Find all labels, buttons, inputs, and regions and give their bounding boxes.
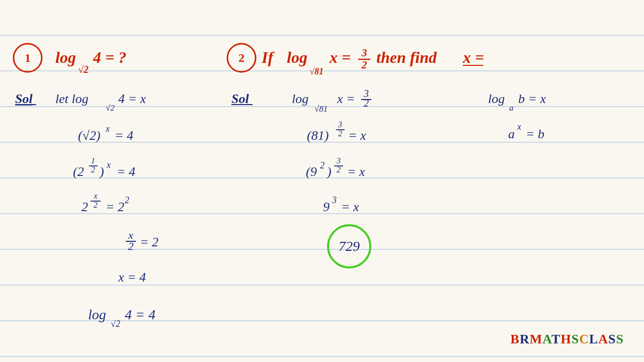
svg-text:(9: (9 xyxy=(306,164,317,179)
svg-text:x: x xyxy=(93,192,97,200)
svg-text:3: 3 xyxy=(332,195,337,205)
svg-text:2: 2 xyxy=(361,58,367,71)
svg-text:√81: √81 xyxy=(309,66,324,76)
svg-text:= 2: = 2 xyxy=(140,235,158,249)
svg-text:√2: √2 xyxy=(111,319,120,329)
svg-text:√2: √2 xyxy=(106,103,115,113)
svg-text:2: 2 xyxy=(238,51,245,64)
svg-text:let  log: let log xyxy=(55,92,89,106)
svg-text:a: a xyxy=(509,103,514,113)
svg-text:log: log xyxy=(55,48,76,66)
svg-text:2: 2 xyxy=(125,195,129,205)
svg-text:If: If xyxy=(261,48,275,66)
svg-text:b = x: b = x xyxy=(518,92,546,106)
svg-text:x =: x = xyxy=(337,92,355,106)
svg-text:x =: x = xyxy=(329,48,351,66)
svg-text:x: x xyxy=(106,160,111,170)
brand-label: BRMATHSCLASS xyxy=(511,332,624,347)
svg-text:2: 2 xyxy=(128,240,134,252)
svg-text:2: 2 xyxy=(364,98,369,109)
svg-text:x =: x = xyxy=(462,48,484,66)
svg-text:Sol: Sol xyxy=(15,92,33,106)
svg-text:3: 3 xyxy=(338,120,342,129)
svg-text:1: 1 xyxy=(25,51,31,64)
svg-text:a: a xyxy=(508,127,515,141)
svg-text:Sol: Sol xyxy=(231,92,249,106)
svg-text:(√2): (√2) xyxy=(78,128,101,143)
svg-text:= 4: = 4 xyxy=(117,164,135,179)
svg-text:x: x xyxy=(517,122,521,132)
svg-text:= x: = x xyxy=(347,164,365,179)
svg-text:= x: = x xyxy=(341,200,359,214)
svg-text:log: log xyxy=(488,92,505,106)
svg-text:log: log xyxy=(287,48,307,66)
svg-text:(81): (81) xyxy=(307,128,329,143)
svg-text:(2: (2 xyxy=(73,164,84,179)
svg-text:2: 2 xyxy=(94,201,98,209)
svg-text:4 = 4: 4 = 4 xyxy=(125,307,155,322)
svg-text:1: 1 xyxy=(91,156,95,165)
svg-text:): ) xyxy=(99,164,104,179)
svg-text:3: 3 xyxy=(361,46,367,59)
svg-text:2: 2 xyxy=(338,129,342,138)
svg-text:4 = ?: 4 = ? xyxy=(93,48,126,66)
svg-text:then find: then find xyxy=(376,48,437,66)
svg-text:√81: √81 xyxy=(314,104,328,114)
svg-text:√2: √2 xyxy=(78,64,89,75)
svg-text:): ) xyxy=(326,164,332,179)
svg-text:2: 2 xyxy=(320,160,325,170)
svg-text:2: 2 xyxy=(91,165,95,174)
svg-text:x = 4: x = 4 xyxy=(118,270,146,285)
svg-text:= 4: = 4 xyxy=(115,128,133,143)
svg-text:3: 3 xyxy=(336,156,341,165)
svg-text:= 2: = 2 xyxy=(106,200,124,214)
svg-text:2: 2 xyxy=(337,165,341,174)
svg-text:x: x xyxy=(105,124,110,134)
svg-text:2: 2 xyxy=(82,200,88,214)
svg-text:9: 9 xyxy=(323,200,330,214)
svg-text:= b: = b xyxy=(526,127,544,141)
svg-text:log: log xyxy=(88,307,106,322)
svg-text:log: log xyxy=(292,92,308,106)
math-content: 1 log √2 4 = ? 2 If log √81 x = 3 2 then… xyxy=(0,0,644,362)
svg-text:4 = x: 4 = x xyxy=(118,92,146,106)
svg-text:= x: = x xyxy=(348,128,366,143)
svg-text:729: 729 xyxy=(339,238,360,254)
